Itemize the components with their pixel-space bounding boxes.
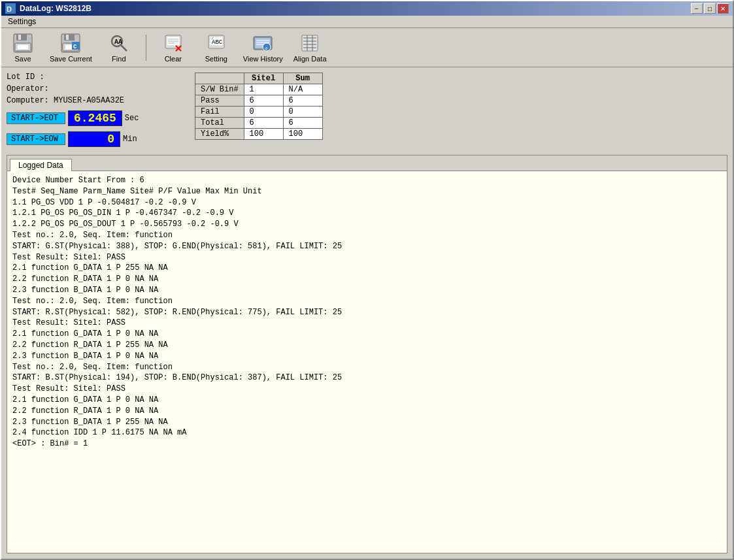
log-line: Test no.: 2.0, Seq. Item: function [12, 230, 722, 241]
log-header: Test# Seq_Name Parm_Name Site# P/F Value… [12, 186, 722, 197]
menu-bar: Settings [1, 16, 733, 28]
operator-row: Operator: [7, 84, 190, 93]
maximize-button[interactable]: □ [704, 3, 716, 14]
start-eow-label: START->EOW [7, 133, 65, 145]
svg-line-15 [121, 45, 127, 51]
stats-sum-2: 0 [283, 107, 322, 118]
log-line: START: R.ST(Physical: 582), STOP: R.END(… [12, 307, 722, 318]
clear-label: Clear [165, 55, 182, 63]
tab-label: Logged Data [18, 161, 63, 170]
log-line: Test no.: 2.0, Seq. Item: function [12, 362, 722, 373]
save-current-label: Save Current [50, 55, 92, 63]
clear-button[interactable]: Clear [157, 33, 190, 63]
log-line: Test Result: Sitel: PASS [12, 318, 722, 329]
stats-row-fail: Fail 0 0 [195, 107, 323, 118]
save-icon [12, 33, 33, 54]
svg-text:AA: AA [114, 39, 122, 46]
stats-row-pass: Pass 6 6 [195, 95, 323, 107]
stats-sitel-2: 0 [244, 107, 283, 118]
setting-button[interactable]: ABC ✓ Setting [200, 33, 233, 63]
view-history-button[interactable]: ↺ View History [243, 33, 283, 63]
log-line: 2.4 function IDD 1 P 11.6175 NA NA mA [12, 427, 722, 438]
app-icon: D [5, 3, 16, 14]
stats-label-1: Pass [195, 95, 244, 107]
svg-rect-6 [17, 44, 29, 50]
computer-label: Computer: MYUSER-A05AA32E [7, 96, 124, 105]
svg-rect-8 [64, 34, 75, 41]
log-line: Test no.: 2.0, Seq. Item: function [12, 296, 722, 307]
view-history-label: View History [243, 55, 283, 63]
window-title: DataLog: WS2812B [20, 4, 92, 13]
stats-sum-1: 6 [283, 95, 322, 107]
log-content[interactable]: Device Number Start From : 6Test# Seq_Na… [7, 171, 727, 553]
stats-panel: Sitel Sum S/W Bin# 1 N/A Pass 6 6 [195, 73, 323, 147]
stats-col-header-0 [195, 73, 244, 84]
start-eot-unit: Sec [125, 114, 139, 123]
svg-text:↺: ↺ [265, 45, 268, 51]
log-line: START: B.ST(Physical: 194), STOP: B.END(… [12, 372, 722, 384]
svg-text:✓: ✓ [211, 35, 214, 41]
start-eot-value: 6.2465 [68, 110, 122, 126]
log-line: 2.1 function G_DATA 1 P 255 NA NA [12, 263, 722, 274]
computer-row: Computer: MYUSER-A05AA32E [7, 96, 190, 105]
save-current-icon: C [60, 33, 81, 54]
toolbar-sep-1 [146, 35, 146, 61]
start-eow-value: 0 [68, 131, 120, 147]
stats-row-sw-bin: S/W Bin# 1 N/A [195, 84, 323, 95]
stats-table: Sitel Sum S/W Bin# 1 N/A Pass 6 6 [195, 73, 323, 140]
log-line: START: G.ST(Physical: 388), STOP: G.END(… [12, 241, 722, 252]
stats-label-4: Yield% [195, 129, 244, 140]
log-line: 1.2.1 PG_OS PG_OS_DIN 1 P -0.467347 -0.2… [12, 208, 722, 219]
log-line: 2.3 function B_DATA 1 P 0 NA NA [12, 285, 722, 296]
stats-sitel-4: 100 [244, 129, 283, 140]
title-bar-left: D DataLog: WS2812B [5, 3, 92, 14]
stats-col-header-sitel: Sitel [244, 73, 283, 84]
start-eow-unit: Min [123, 135, 137, 144]
stats-label-3: Total [195, 118, 244, 129]
find-icon: AA [108, 33, 129, 54]
save-button[interactable]: Save [7, 33, 39, 63]
align-data-button[interactable]: Align Data [293, 33, 327, 63]
log-line: 2.2 function R_DATA 1 P 255 NA NA [12, 340, 722, 351]
stats-row-yield: Yield% 100 100 [195, 129, 323, 140]
log-device-number: Device Number Start From : 6 [12, 175, 722, 186]
lot-id-label: Lot ID : [7, 73, 44, 82]
tab-bar: Logged Data [7, 156, 727, 171]
stats-row-total: Total 6 6 [195, 118, 323, 129]
main-window: D DataLog: WS2812B − □ ✕ Settings [0, 0, 734, 560]
log-line: 2.3 function B_DATA 1 P 0 NA NA [12, 351, 722, 362]
title-bar-buttons: − □ ✕ [691, 3, 729, 14]
left-panel: Lot ID : Operator: Computer: MYUSER-A05A… [7, 73, 190, 147]
stats-sitel-1: 6 [244, 95, 283, 107]
log-line: 2.3 function B_DATA 1 P 255 NA NA [12, 417, 722, 428]
menu-settings[interactable]: Settings [4, 16, 40, 27]
close-button[interactable]: ✕ [717, 3, 729, 14]
save-current-button[interactable]: C Save Current [50, 33, 92, 63]
logged-data-section: Logged Data Device Number Start From : 6… [7, 155, 727, 553]
log-line: <EOT> : Bin# = 1 [12, 438, 722, 450]
save-label: Save [14, 55, 31, 63]
stats-sitel-0: 1 [244, 84, 283, 95]
tab-logged-data[interactable]: Logged Data [10, 159, 72, 171]
stats-label-0: S/W Bin# [195, 84, 244, 95]
align-data-icon [299, 33, 320, 54]
stats-sum-3: 6 [283, 118, 322, 129]
log-line: Test Result: Sitel: PASS [12, 252, 722, 263]
find-button[interactable]: AA Find [103, 33, 135, 63]
log-line: 2.2 function R_DATA 1 P 0 NA NA [12, 406, 722, 417]
setting-icon: ABC ✓ [206, 33, 227, 54]
stats-label-2: Fail [195, 107, 244, 118]
log-line: 1.1 PG_OS VDD 1 P -0.504817 -0.2 -0.9 V [12, 197, 722, 208]
svg-rect-3 [16, 34, 27, 41]
setting-label: Setting [205, 55, 227, 63]
stats-sitel-3: 6 [244, 118, 283, 129]
svg-text:D: D [7, 5, 12, 13]
log-line: Test Result: Sitel: PASS [12, 384, 722, 395]
svg-text:C: C [73, 44, 77, 50]
stats-sum-4: 100 [283, 129, 322, 140]
content-area: Lot ID : Operator: Computer: MYUSER-A05A… [1, 67, 733, 152]
minimize-button[interactable]: − [691, 3, 703, 14]
log-line: 2.2 function R_DATA 1 P 0 NA NA [12, 274, 722, 285]
stats-sum-0: N/A [283, 84, 322, 95]
title-bar: D DataLog: WS2812B − □ ✕ [1, 1, 733, 16]
